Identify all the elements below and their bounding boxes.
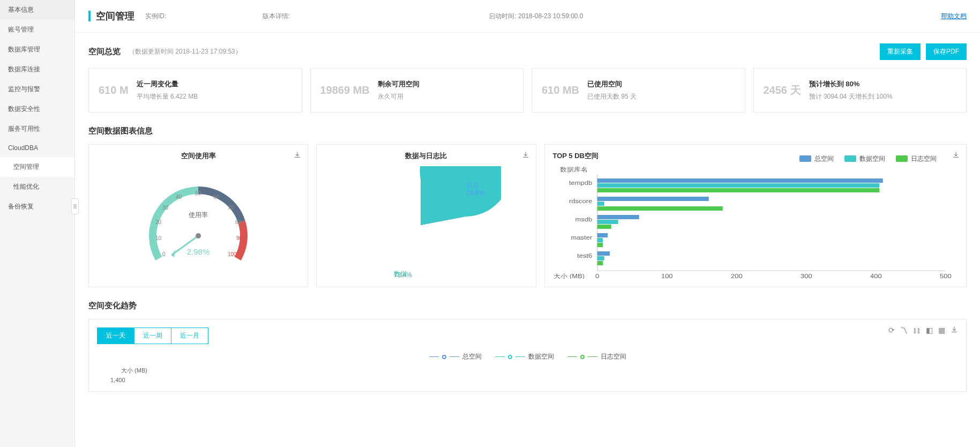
- stat-label: 预计增长到 80%: [809, 79, 956, 89]
- stat-label: 近一周变化量: [137, 79, 292, 89]
- trend-tab-0[interactable]: 近一天: [98, 328, 134, 344]
- legend-item[interactable]: 日志空间: [896, 154, 937, 163]
- legend-item[interactable]: 数据空间: [844, 154, 885, 163]
- version-info: 版本详情:: [263, 12, 446, 21]
- stat-card-1: 19869 MB 剩余可用空间 永久可用: [310, 68, 524, 113]
- pie-title: 数据与日志比: [325, 151, 527, 161]
- gauge-title: 空间使用率: [97, 151, 300, 161]
- charts-header: 空间数据图表信息: [88, 126, 967, 136]
- stat-sub: 永久可用: [378, 92, 513, 101]
- download-icon[interactable]: [294, 151, 301, 160]
- svg-rect-25: [597, 183, 879, 188]
- svg-text:100: 100: [228, 251, 237, 257]
- svg-rect-26: [597, 188, 879, 192]
- page-header: 空间管理 实例ID: 版本详情: 启动时间: 2018-08-23 10:59:…: [75, 0, 980, 33]
- svg-text:100: 100: [661, 273, 672, 279]
- sidebar: 基本信息账号管理数据库管理数据库连接监控与报警数据安全性服务可用性CloudDB…: [0, 0, 75, 447]
- stat-value: 610 MB: [542, 84, 579, 96]
- gauge-card: 空间使用率 01020 304050 607080: [88, 144, 308, 287]
- download-icon[interactable]: [952, 151, 960, 160]
- svg-text:26.6%: 26.6%: [466, 189, 484, 197]
- svg-text:2.98%: 2.98%: [187, 247, 210, 256]
- refresh-icon[interactable]: ⟳: [888, 326, 895, 335]
- stat-value: 19869 MB: [320, 84, 370, 96]
- stat-card-0: 610 M 近一周变化量 平均增长量 6.422 MB: [88, 68, 302, 113]
- stat-value: 2456 天: [764, 83, 801, 98]
- svg-text:10: 10: [155, 235, 162, 241]
- svg-text:0: 0: [595, 273, 600, 279]
- svg-text:20: 20: [155, 219, 162, 225]
- sidebar-item-9[interactable]: 性能优化: [0, 177, 74, 197]
- save-pdf-button[interactable]: 保存PDF: [926, 43, 967, 60]
- legend-item[interactable]: 日志空间: [567, 352, 626, 361]
- stat-card-2: 610 MB 已使用空间 已使用天数 95 天: [532, 68, 745, 113]
- svg-rect-42: [597, 261, 602, 265]
- sidebar-item-10[interactable]: 备份恢复: [0, 197, 74, 217]
- sidebar-item-8[interactable]: 空间管理: [0, 157, 74, 177]
- svg-text:msdb: msdb: [575, 216, 592, 223]
- svg-rect-36: [597, 233, 608, 237]
- svg-text:80: 80: [235, 219, 242, 225]
- stat-label: 已使用空间: [587, 79, 735, 89]
- sidebar-item-4[interactable]: 监控与报警: [0, 79, 74, 99]
- legend-item[interactable]: 总空间: [799, 154, 834, 163]
- svg-text:使用率: 使用率: [189, 211, 208, 219]
- legend-item[interactable]: 数据空间: [495, 352, 554, 361]
- sidebar-item-6[interactable]: 服务可用性: [0, 119, 74, 139]
- charts-title: 空间数据图表信息: [88, 126, 153, 136]
- stack-icon[interactable]: ◧: [926, 326, 933, 335]
- grid-icon[interactable]: ▦: [938, 326, 945, 335]
- topdb-card: TOP 5 DB空间 总空间数据空间日志空间 数据库名tempdbrdscore…: [544, 144, 967, 287]
- sidebar-item-0[interactable]: 基本信息: [0, 0, 74, 20]
- svg-text:数据库名: 数据库名: [560, 166, 588, 173]
- svg-text:rdscore: rdscore: [568, 198, 592, 205]
- stat-cards-row: 610 M 近一周变化量 平均增长量 6.422 MB 19869 MB 剩余可…: [88, 68, 967, 113]
- trend-tabs: 近一天近一周近一月: [97, 327, 208, 344]
- sidebar-item-7[interactable]: CloudDBA: [0, 139, 74, 157]
- refresh-button[interactable]: 重新采集: [880, 43, 921, 60]
- svg-text:90: 90: [236, 235, 243, 241]
- area-icon[interactable]: 〽: [900, 326, 908, 335]
- svg-text:400: 400: [870, 273, 881, 279]
- svg-text:0: 0: [162, 251, 166, 257]
- topdb-title: TOP 5 DB空间: [553, 151, 599, 161]
- stat-card-3: 2456 天 预计增长到 80% 预计 3094.04 天增长到 100%: [753, 68, 967, 113]
- trend-toolbar: ⟳ 〽 ⫿⫿ ◧ ▦: [888, 326, 958, 335]
- trend-tab-1[interactable]: 近一周: [134, 328, 171, 344]
- trend-tab-2[interactable]: 近一月: [171, 328, 208, 344]
- download-icon[interactable]: [951, 326, 958, 335]
- sidebar-item-5[interactable]: 数据安全性: [0, 99, 74, 119]
- sidebar-collapse-toggle[interactable]: [71, 198, 79, 214]
- svg-rect-28: [597, 197, 708, 201]
- bar-icon[interactable]: ⫿⫿: [913, 326, 921, 335]
- sidebar-item-1[interactable]: 账号管理: [0, 20, 74, 40]
- stat-sub: 已使用天数 95 天: [587, 92, 735, 101]
- svg-rect-32: [597, 215, 639, 219]
- svg-text:40: 40: [176, 194, 182, 200]
- svg-text:300: 300: [800, 273, 812, 279]
- svg-rect-37: [597, 238, 602, 242]
- stat-sub: 平均增长量 6.422 MB: [137, 92, 292, 101]
- svg-rect-34: [597, 225, 611, 229]
- svg-text:master: master: [571, 234, 592, 241]
- sidebar-item-3[interactable]: 数据库连接: [0, 59, 74, 79]
- main-content: 空间管理 实例ID: 版本详情: 启动时间: 2018-08-23 10:59:…: [75, 0, 980, 447]
- svg-text:tempdb: tempdb: [568, 180, 592, 187]
- overview-title: 空间总览: [88, 47, 121, 57]
- svg-text:500: 500: [940, 273, 952, 279]
- svg-text:200: 200: [730, 273, 742, 279]
- svg-text:73.4%: 73.4%: [394, 271, 412, 279]
- trend-ytick: 1,400: [110, 377, 958, 383]
- svg-text:大小 (MB): 大小 (MB): [553, 273, 585, 279]
- stat-sub: 预计 3094.04 天增长到 100%: [809, 92, 956, 101]
- start-time-info: 启动时间: 2018-08-23 10:59:00.0: [489, 12, 583, 21]
- legend-item[interactable]: 总空间: [429, 352, 482, 361]
- trend-card: 近一天近一周近一月 总空间数据空间日志空间 ⟳ 〽 ⫿⫿ ◧ ▦ 大小 (MB)…: [88, 319, 967, 392]
- help-doc-link[interactable]: 帮助文档: [941, 12, 967, 21]
- sidebar-item-2[interactable]: 数据库管理: [0, 40, 74, 59]
- trend-header: 空间变化趋势: [88, 301, 967, 311]
- svg-rect-33: [597, 220, 618, 224]
- svg-rect-41: [597, 256, 604, 260]
- download-icon[interactable]: [522, 151, 529, 160]
- svg-rect-30: [597, 206, 722, 211]
